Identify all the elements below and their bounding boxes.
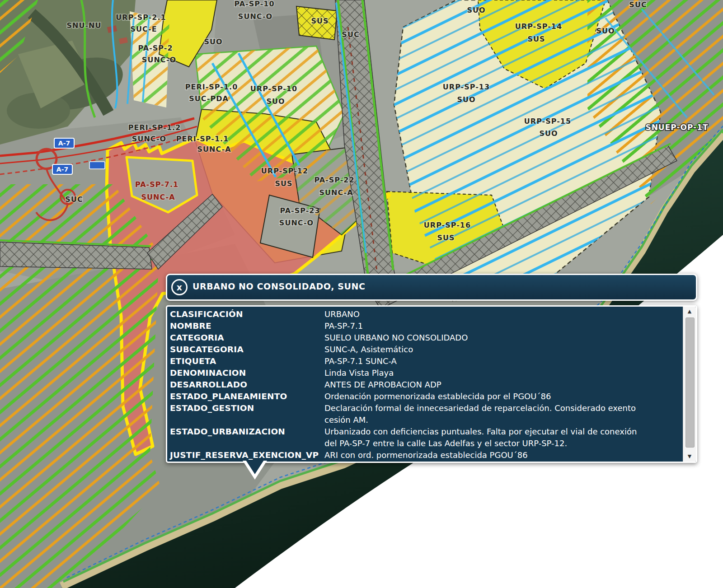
field-value: Declaración formal de innecesariedad de … bbox=[324, 402, 649, 426]
table-row: ESTADO_GESTION Declaración formal de inn… bbox=[170, 402, 678, 426]
field-label: DENOMINACION bbox=[170, 367, 323, 379]
map-label: SUS bbox=[275, 179, 292, 188]
field-value: ARI con ord. pormenorizada establecida P… bbox=[324, 449, 649, 461]
feature-info-popup: x URBANO NO CONSOLIDADO, SUNC CLASIFICAC… bbox=[166, 274, 697, 481]
field-label: CATEGORIA bbox=[170, 332, 323, 344]
field-label: NOMBRE bbox=[170, 320, 323, 332]
map-label: SUNC-A bbox=[319, 188, 353, 197]
road-shield-label: A-7 bbox=[56, 166, 68, 173]
table-row: CATEGORIA SUELO URBANO NO CONSOLIDADO bbox=[170, 332, 678, 344]
map-label: SUO bbox=[204, 37, 222, 46]
map-label: SUNC-O bbox=[132, 135, 166, 143]
map-label: SUC-PDA bbox=[189, 94, 229, 103]
table-row: SUBCATEGORIA SUNC-A, Asistemático bbox=[170, 344, 678, 355]
road-shield-a7: A-7 bbox=[52, 164, 72, 174]
field-value: ANTES DE APROBACION ADP bbox=[324, 379, 649, 391]
map-label: URP-SP-16 bbox=[424, 221, 471, 229]
field-value: SUELO URBANO NO CONSOLIDADO bbox=[324, 332, 649, 344]
field-label: ESTADO_GESTION bbox=[170, 402, 323, 426]
map-label: SUO bbox=[266, 97, 285, 106]
map-label: SUO bbox=[539, 129, 558, 138]
popup-pointer-fill bbox=[246, 460, 264, 474]
field-label: DESARROLLADO bbox=[170, 379, 323, 391]
scrollbar-thumb[interactable] bbox=[685, 317, 695, 448]
map-label: SUC-E bbox=[130, 25, 157, 33]
field-label: ETIQUETA bbox=[170, 355, 323, 367]
map-label: SUC bbox=[342, 30, 359, 39]
map-label: SUNC-A bbox=[197, 145, 231, 154]
map-label: SNUEP-OP-1T bbox=[645, 123, 708, 132]
map-label: SUC bbox=[629, 0, 647, 9]
field-label: SUBCATEGORIA bbox=[170, 344, 323, 355]
table-row: NOMBRE PA-SP-7.1 bbox=[170, 320, 678, 332]
map-label: PA-SP-10 bbox=[234, 0, 274, 8]
map-label: URP-SP-13 bbox=[443, 83, 490, 91]
map-label: SUS bbox=[437, 233, 455, 242]
map-marker bbox=[89, 162, 105, 169]
field-value: URBANO bbox=[324, 308, 649, 320]
road-shield-a7: A-7 bbox=[54, 138, 74, 148]
map-label: URP-SP-10 bbox=[250, 84, 297, 93]
map-label: URP-SP-2.1 bbox=[116, 13, 166, 22]
field-value: PA-SP-7.1 bbox=[324, 320, 649, 332]
app-window: A-7 A-7 SNU-NU URP-SP-2.1 SUC-E PA-SP-2 … bbox=[0, 0, 723, 588]
map-label: PERI-SP-1.0 bbox=[185, 83, 238, 91]
field-value: PA-SP-7.1 SUNC-A bbox=[324, 355, 649, 367]
table-row: CLASIFICACIÓN URBANO bbox=[170, 308, 678, 320]
scrollbar[interactable]: ▲ ▼ bbox=[683, 307, 696, 462]
field-value: Urbanizado con deficiencias puntuales. F… bbox=[324, 426, 649, 449]
table-row: JUSTIF_RESERVA_EXENCION_VP ARI con ord. … bbox=[170, 449, 678, 461]
map-label: SUO bbox=[596, 27, 615, 35]
attribute-table: CLASIFICACIÓN URBANO NOMBRE PA-SP-7.1 CA… bbox=[170, 308, 678, 461]
map-label: SUNC-O bbox=[279, 219, 314, 227]
field-value: SUNC-A, Asistemático bbox=[324, 344, 649, 355]
map-label: PA-SP-22 bbox=[314, 176, 354, 184]
map-label: SUNC-O bbox=[142, 56, 176, 64]
table-row: ETIQUETA PA-SP-7.1 SUNC-A bbox=[170, 355, 678, 367]
field-value: Ordenación pormenorizada establecida por… bbox=[324, 391, 649, 402]
map-label: URP-SP-14 bbox=[515, 22, 562, 31]
map-label: SUO bbox=[457, 95, 475, 104]
map-label: SUS bbox=[311, 17, 329, 25]
map-label: SUNC-A bbox=[141, 193, 175, 201]
map-label: PA-SP-7.1 bbox=[135, 180, 178, 189]
field-label: JUSTIF_RESERVA_EXENCION_VP bbox=[170, 449, 323, 461]
map-label: URP-SP-15 bbox=[524, 117, 571, 126]
map-label: PA-SP-23 bbox=[280, 206, 320, 215]
scroll-up-icon[interactable]: ▲ bbox=[683, 308, 696, 316]
map-label: URP-SP-12 bbox=[261, 167, 308, 175]
road-shield-label: A-7 bbox=[58, 140, 70, 147]
map-label: SUS bbox=[527, 35, 545, 43]
map-label: SUO bbox=[467, 6, 485, 14]
popup-title: URBANO NO CONSOLIDADO, SUNC bbox=[192, 281, 366, 291]
map-label: PERI-SP-1.1 bbox=[176, 135, 229, 143]
field-value: Linda Vista Playa bbox=[324, 367, 649, 379]
field-label: CLASIFICACIÓN bbox=[170, 308, 323, 320]
map-label: PA-SP-2 bbox=[138, 44, 173, 52]
map-label: PERI-SP-1.2 bbox=[128, 123, 181, 132]
table-row: DESARROLLADO ANTES DE APROBACION ADP bbox=[170, 379, 678, 391]
popup-body: CLASIFICACIÓN URBANO NOMBRE PA-SP-7.1 CA… bbox=[166, 305, 697, 463]
map-label: SUNC-O bbox=[238, 12, 272, 21]
table-row: DENOMINACION Linda Vista Playa bbox=[170, 367, 678, 379]
table-row: ESTADO_PLANEAMIENTO Ordenación pormenori… bbox=[170, 391, 678, 402]
close-icon[interactable]: x bbox=[171, 279, 188, 295]
scroll-down-icon[interactable]: ▼ bbox=[683, 453, 696, 461]
field-label: ESTADO_URBANIZACION bbox=[170, 426, 323, 449]
popup-header: x URBANO NO CONSOLIDADO, SUNC bbox=[166, 274, 697, 301]
map-label: SUC bbox=[65, 195, 83, 204]
map-label: SNU-NU bbox=[67, 21, 102, 30]
table-row: ESTADO_URBANIZACION Urbanizado con defic… bbox=[170, 426, 678, 449]
field-label: ESTADO_PLANEAMIENTO bbox=[170, 391, 323, 402]
